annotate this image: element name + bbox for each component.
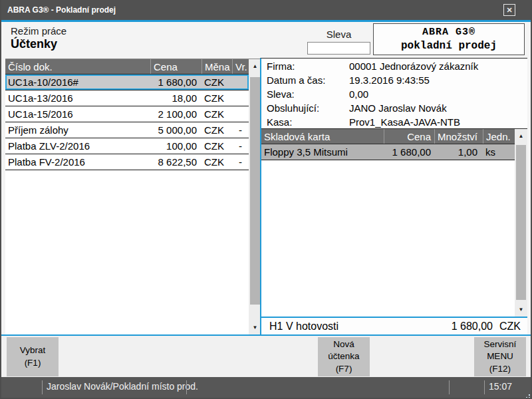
doc-number-cell: Platba ZLV-2/2016	[5, 138, 150, 154]
doc-vr-cell: -	[232, 122, 249, 138]
info-row-obsluhujici: Obsluhující: JANO Jaroslav Novák	[267, 101, 527, 115]
doc-price-cell: 8 622,50	[150, 154, 201, 170]
col-header-jedn[interactable]: Jedn.	[483, 129, 515, 144]
status-separator	[484, 380, 485, 394]
payment-method-label: H1 V hotovosti	[261, 321, 452, 332]
logo-line-2: pokladní prodej	[374, 40, 524, 52]
status-user-workplace: Jaroslav Novák/Pokladní místo prod.	[47, 381, 198, 392]
status-bar: Jaroslav Novák/Pokladní místo prod. 15:0…	[1, 377, 531, 398]
table-row[interactable]: Příjem zálohy 5 000,00 CZK -	[5, 122, 249, 138]
items-table-header: Skladová karta Cena Množství Jedn.	[261, 129, 527, 144]
firma-value: 00001 Jednorázový zákazník	[349, 59, 478, 73]
title-bar: ABRA G3® - Pokladní prodej ✕	[1, 0, 531, 20]
info-row-datum: Datum a čas: 19.3.2016 9:43:55	[267, 73, 527, 87]
table-row[interactable]: UC1a-15/2016 2 100,00 CZK	[5, 106, 249, 122]
discount-label: Sleva	[307, 29, 370, 40]
service-menu-button-label2: MENU	[487, 350, 513, 362]
main-area: Číslo dok. Cena Měna Vr. UC1a-10/2016# 1…	[1, 57, 531, 336]
discount-input[interactable]	[307, 42, 370, 55]
documents-table: Číslo dok. Cena Měna Vr. UC1a-10/2016# 1…	[5, 59, 261, 334]
info-row-sleva: Sleva: 0,00	[267, 87, 527, 101]
scroll-down-icon[interactable]: ▼	[515, 303, 527, 317]
col-header-vr[interactable]: Vr.	[232, 59, 249, 74]
doc-vr-cell	[232, 106, 249, 122]
total-currency: CZK	[493, 321, 527, 332]
close-icon[interactable]: ✕	[503, 4, 515, 16]
receipt-detail-panel: Firma: 00001 Jednorázový zákazník Datum …	[260, 58, 527, 334]
window-title: ABRA G3® - Pokladní prodej	[7, 5, 116, 15]
table-row-selected[interactable]: UC1a-10/2016# 1 680,00 CZK	[5, 74, 249, 90]
kasa-label: Kasa:	[267, 115, 349, 129]
doc-currency-cell: CZK	[201, 122, 232, 138]
header-area: Režim práce Účtenky Sleva ABRA G3® pokla…	[1, 22, 531, 57]
col-header-mnozstvi[interactable]: Množství	[434, 129, 483, 144]
resize-grip-icon[interactable]	[526, 392, 527, 393]
sleva-label: Sleva:	[267, 87, 349, 101]
new-receipt-button-fkey: (F7)	[336, 363, 352, 375]
new-receipt-button-label: Nová účtenka	[318, 338, 370, 362]
total-amount: 1 680,00	[452, 321, 493, 332]
status-clock: 15:07	[489, 381, 512, 392]
obsluhujici-value: JANO Jaroslav Novák	[349, 101, 447, 115]
col-header-mena[interactable]: Měna	[201, 59, 232, 74]
documents-table-header: Číslo dok. Cena Měna Vr.	[5, 59, 261, 74]
col-header-skladova-karta[interactable]: Skladová karta	[261, 129, 384, 144]
doc-vr-cell: -	[232, 138, 249, 154]
doc-price-cell: 1 680,00	[150, 74, 201, 90]
col-header-cena[interactable]: Cena	[150, 59, 201, 74]
app-window: ABRA G3® - Pokladní prodej ✕ Režim práce…	[0, 0, 532, 399]
service-menu-button[interactable]: Servisní MENU (F12)	[474, 337, 526, 376]
scrollbar-thumb[interactable]	[516, 145, 526, 300]
datum-label: Datum a čas:	[267, 73, 349, 87]
item-qty-cell: 1,00	[434, 144, 483, 160]
doc-currency-cell: CZK	[201, 154, 232, 170]
item-unit-cell: ks	[483, 144, 515, 160]
col-header-cislo-dok[interactable]: Číslo dok.	[5, 59, 150, 74]
item-price-cell: 1 680,00	[384, 144, 434, 160]
items-scrollbar[interactable]: ▲ ▼	[515, 129, 527, 317]
table-row[interactable]: Platba ZLV-2/2016 100,00 CZK -	[5, 138, 249, 154]
function-button-bar: Vybrat (F1) Nová účtenka (F7) Servisní M…	[1, 336, 531, 377]
obsluhujici-label: Obsluhující:	[267, 101, 349, 115]
doc-number-cell: UC1a-13/2016	[5, 90, 150, 106]
doc-currency-cell: CZK	[201, 90, 232, 106]
items-table: Skladová karta Cena Množství Jedn. Flopp…	[261, 128, 527, 317]
item-row-selected[interactable]: Floppy 3,5 Mitsumi 1 680,00 1,00 ks	[261, 144, 515, 160]
sleva-value: 0,00	[349, 87, 368, 101]
receipt-info-section: Firma: 00001 Jednorázový zákazník Datum …	[261, 59, 527, 128]
doc-price-cell: 100,00	[150, 138, 201, 154]
table-row[interactable]: Platba FV-2/2016 8 622,50 CZK -	[5, 154, 249, 170]
status-separator	[186, 380, 187, 394]
doc-price-cell: 2 100,00	[150, 106, 201, 122]
info-row-firma: Firma: 00001 Jednorázový zákazník	[267, 59, 527, 73]
scrollbar-thumb[interactable]	[250, 77, 260, 305]
scroll-up-icon[interactable]: ▲	[515, 129, 527, 143]
new-receipt-button[interactable]: Nová účtenka (F7)	[318, 337, 370, 376]
doc-currency-cell: CZK	[201, 74, 232, 90]
work-mode-value: Účtenky	[11, 37, 66, 51]
select-button[interactable]: Vybrat (F1)	[7, 337, 59, 376]
app-logo: ABRA G3® pokladní prodej	[373, 23, 525, 55]
select-button-fkey: (F1)	[25, 357, 41, 369]
item-name-cell: Floppy 3,5 Mitsumi	[261, 144, 384, 160]
select-button-label: Vybrat	[20, 344, 46, 356]
info-row-kasa: Kasa: Prov1_KasaA-JAVA-NTB	[267, 115, 527, 129]
work-mode-block: Režim práce Účtenky	[11, 25, 66, 51]
col-header-cena[interactable]: Cena	[384, 129, 434, 144]
doc-vr-cell	[232, 90, 249, 106]
service-menu-button-fkey: (F12)	[489, 363, 511, 375]
datum-value: 19.3.2016 9:43:55	[349, 73, 430, 87]
service-menu-button-label1: Servisní	[484, 338, 517, 350]
logo-line-1: ABRA G3®	[374, 27, 524, 38]
doc-currency-cell: CZK	[201, 106, 232, 122]
kasa-value: Prov1_KasaA-JAVA-NTB	[349, 115, 460, 129]
doc-number-cell: UC1a-10/2016#	[5, 74, 150, 90]
status-separator	[449, 380, 450, 394]
doc-currency-cell: CZK	[201, 138, 232, 154]
doc-vr-cell	[232, 74, 249, 90]
doc-price-cell: 18,00	[150, 90, 201, 106]
status-separator	[42, 380, 43, 394]
doc-number-cell: Platba FV-2/2016	[5, 154, 150, 170]
doc-vr-cell: -	[232, 154, 249, 170]
table-row[interactable]: UC1a-13/2016 18,00 CZK	[5, 90, 249, 106]
